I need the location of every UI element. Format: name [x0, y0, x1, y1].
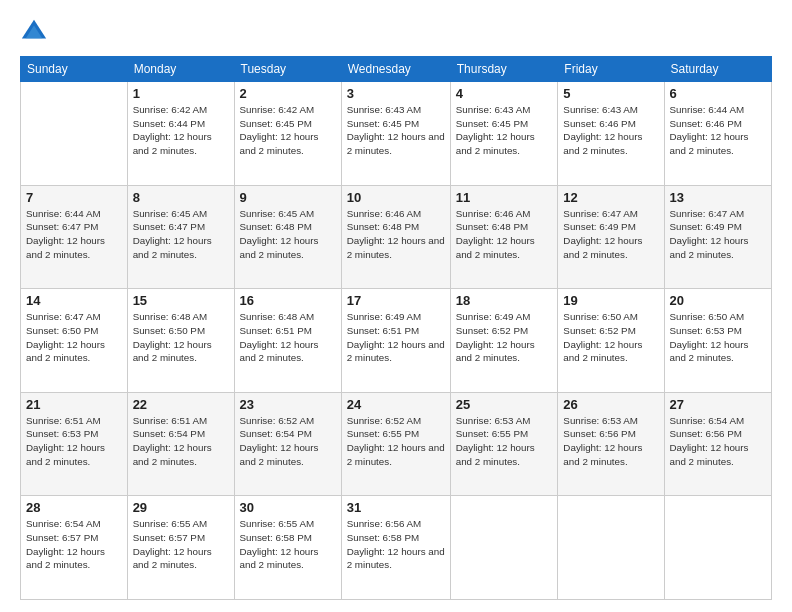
week-row-3: 14Sunrise: 6:47 AM Sunset: 6:50 PM Dayli… — [21, 289, 772, 393]
day-number: 20 — [670, 293, 766, 308]
calendar-cell: 4Sunrise: 6:43 AM Sunset: 6:45 PM Daylig… — [450, 82, 558, 186]
day-info: Sunrise: 6:42 AM Sunset: 6:44 PM Dayligh… — [133, 103, 229, 158]
day-number: 6 — [670, 86, 766, 101]
week-row-5: 28Sunrise: 6:54 AM Sunset: 6:57 PM Dayli… — [21, 496, 772, 600]
week-row-2: 7Sunrise: 6:44 AM Sunset: 6:47 PM Daylig… — [21, 185, 772, 289]
day-number: 27 — [670, 397, 766, 412]
day-header-friday: Friday — [558, 57, 664, 82]
week-row-1: 1Sunrise: 6:42 AM Sunset: 6:44 PM Daylig… — [21, 82, 772, 186]
calendar-cell: 16Sunrise: 6:48 AM Sunset: 6:51 PM Dayli… — [234, 289, 341, 393]
day-number: 10 — [347, 190, 445, 205]
day-number: 19 — [563, 293, 658, 308]
calendar-cell — [664, 496, 771, 600]
calendar-cell: 29Sunrise: 6:55 AM Sunset: 6:57 PM Dayli… — [127, 496, 234, 600]
day-number: 13 — [670, 190, 766, 205]
day-number: 29 — [133, 500, 229, 515]
calendar-cell: 28Sunrise: 6:54 AM Sunset: 6:57 PM Dayli… — [21, 496, 128, 600]
calendar-cell: 26Sunrise: 6:53 AM Sunset: 6:56 PM Dayli… — [558, 392, 664, 496]
day-info: Sunrise: 6:52 AM Sunset: 6:55 PM Dayligh… — [347, 414, 445, 469]
calendar-cell — [450, 496, 558, 600]
day-info: Sunrise: 6:55 AM Sunset: 6:57 PM Dayligh… — [133, 517, 229, 572]
day-info: Sunrise: 6:53 AM Sunset: 6:56 PM Dayligh… — [563, 414, 658, 469]
day-number: 2 — [240, 86, 336, 101]
day-number: 1 — [133, 86, 229, 101]
day-number: 24 — [347, 397, 445, 412]
day-number: 26 — [563, 397, 658, 412]
calendar-cell: 14Sunrise: 6:47 AM Sunset: 6:50 PM Dayli… — [21, 289, 128, 393]
header — [20, 18, 772, 46]
day-info: Sunrise: 6:47 AM Sunset: 6:49 PM Dayligh… — [563, 207, 658, 262]
day-number: 22 — [133, 397, 229, 412]
calendar-cell: 30Sunrise: 6:55 AM Sunset: 6:58 PM Dayli… — [234, 496, 341, 600]
day-number: 9 — [240, 190, 336, 205]
day-info: Sunrise: 6:54 AM Sunset: 6:56 PM Dayligh… — [670, 414, 766, 469]
calendar-cell: 31Sunrise: 6:56 AM Sunset: 6:58 PM Dayli… — [341, 496, 450, 600]
day-number: 30 — [240, 500, 336, 515]
day-info: Sunrise: 6:43 AM Sunset: 6:45 PM Dayligh… — [456, 103, 553, 158]
calendar-cell: 15Sunrise: 6:48 AM Sunset: 6:50 PM Dayli… — [127, 289, 234, 393]
day-info: Sunrise: 6:50 AM Sunset: 6:53 PM Dayligh… — [670, 310, 766, 365]
calendar-cell: 5Sunrise: 6:43 AM Sunset: 6:46 PM Daylig… — [558, 82, 664, 186]
calendar-cell — [21, 82, 128, 186]
day-info: Sunrise: 6:44 AM Sunset: 6:46 PM Dayligh… — [670, 103, 766, 158]
day-number: 15 — [133, 293, 229, 308]
day-number: 23 — [240, 397, 336, 412]
day-info: Sunrise: 6:49 AM Sunset: 6:52 PM Dayligh… — [456, 310, 553, 365]
calendar-header-row: SundayMondayTuesdayWednesdayThursdayFrid… — [21, 57, 772, 82]
page: SundayMondayTuesdayWednesdayThursdayFrid… — [0, 0, 792, 612]
day-number: 31 — [347, 500, 445, 515]
logo-icon — [20, 18, 48, 46]
day-number: 25 — [456, 397, 553, 412]
calendar-cell: 8Sunrise: 6:45 AM Sunset: 6:47 PM Daylig… — [127, 185, 234, 289]
day-number: 8 — [133, 190, 229, 205]
day-info: Sunrise: 6:56 AM Sunset: 6:58 PM Dayligh… — [347, 517, 445, 572]
day-info: Sunrise: 6:47 AM Sunset: 6:49 PM Dayligh… — [670, 207, 766, 262]
day-info: Sunrise: 6:46 AM Sunset: 6:48 PM Dayligh… — [347, 207, 445, 262]
calendar-cell: 7Sunrise: 6:44 AM Sunset: 6:47 PM Daylig… — [21, 185, 128, 289]
day-number: 17 — [347, 293, 445, 308]
day-header-thursday: Thursday — [450, 57, 558, 82]
calendar-cell: 17Sunrise: 6:49 AM Sunset: 6:51 PM Dayli… — [341, 289, 450, 393]
day-number: 4 — [456, 86, 553, 101]
day-header-tuesday: Tuesday — [234, 57, 341, 82]
calendar-cell: 2Sunrise: 6:42 AM Sunset: 6:45 PM Daylig… — [234, 82, 341, 186]
calendar-cell: 23Sunrise: 6:52 AM Sunset: 6:54 PM Dayli… — [234, 392, 341, 496]
day-number: 18 — [456, 293, 553, 308]
day-info: Sunrise: 6:47 AM Sunset: 6:50 PM Dayligh… — [26, 310, 122, 365]
day-info: Sunrise: 6:49 AM Sunset: 6:51 PM Dayligh… — [347, 310, 445, 365]
calendar-cell: 24Sunrise: 6:52 AM Sunset: 6:55 PM Dayli… — [341, 392, 450, 496]
day-info: Sunrise: 6:45 AM Sunset: 6:47 PM Dayligh… — [133, 207, 229, 262]
calendar-table: SundayMondayTuesdayWednesdayThursdayFrid… — [20, 56, 772, 600]
calendar-cell: 10Sunrise: 6:46 AM Sunset: 6:48 PM Dayli… — [341, 185, 450, 289]
day-info: Sunrise: 6:51 AM Sunset: 6:53 PM Dayligh… — [26, 414, 122, 469]
day-header-monday: Monday — [127, 57, 234, 82]
day-info: Sunrise: 6:45 AM Sunset: 6:48 PM Dayligh… — [240, 207, 336, 262]
logo — [20, 18, 52, 46]
calendar-cell: 11Sunrise: 6:46 AM Sunset: 6:48 PM Dayli… — [450, 185, 558, 289]
day-info: Sunrise: 6:43 AM Sunset: 6:46 PM Dayligh… — [563, 103, 658, 158]
day-number: 21 — [26, 397, 122, 412]
calendar-cell: 27Sunrise: 6:54 AM Sunset: 6:56 PM Dayli… — [664, 392, 771, 496]
day-info: Sunrise: 6:48 AM Sunset: 6:51 PM Dayligh… — [240, 310, 336, 365]
day-number: 7 — [26, 190, 122, 205]
calendar-cell — [558, 496, 664, 600]
day-number: 3 — [347, 86, 445, 101]
day-info: Sunrise: 6:53 AM Sunset: 6:55 PM Dayligh… — [456, 414, 553, 469]
day-info: Sunrise: 6:44 AM Sunset: 6:47 PM Dayligh… — [26, 207, 122, 262]
day-header-sunday: Sunday — [21, 57, 128, 82]
day-number: 11 — [456, 190, 553, 205]
day-info: Sunrise: 6:42 AM Sunset: 6:45 PM Dayligh… — [240, 103, 336, 158]
day-number: 12 — [563, 190, 658, 205]
calendar-cell: 12Sunrise: 6:47 AM Sunset: 6:49 PM Dayli… — [558, 185, 664, 289]
day-info: Sunrise: 6:55 AM Sunset: 6:58 PM Dayligh… — [240, 517, 336, 572]
calendar-cell: 1Sunrise: 6:42 AM Sunset: 6:44 PM Daylig… — [127, 82, 234, 186]
calendar-cell: 22Sunrise: 6:51 AM Sunset: 6:54 PM Dayli… — [127, 392, 234, 496]
day-info: Sunrise: 6:48 AM Sunset: 6:50 PM Dayligh… — [133, 310, 229, 365]
day-number: 28 — [26, 500, 122, 515]
day-info: Sunrise: 6:43 AM Sunset: 6:45 PM Dayligh… — [347, 103, 445, 158]
calendar-cell: 21Sunrise: 6:51 AM Sunset: 6:53 PM Dayli… — [21, 392, 128, 496]
day-header-wednesday: Wednesday — [341, 57, 450, 82]
calendar-cell: 18Sunrise: 6:49 AM Sunset: 6:52 PM Dayli… — [450, 289, 558, 393]
calendar-cell: 25Sunrise: 6:53 AM Sunset: 6:55 PM Dayli… — [450, 392, 558, 496]
calendar-cell: 6Sunrise: 6:44 AM Sunset: 6:46 PM Daylig… — [664, 82, 771, 186]
